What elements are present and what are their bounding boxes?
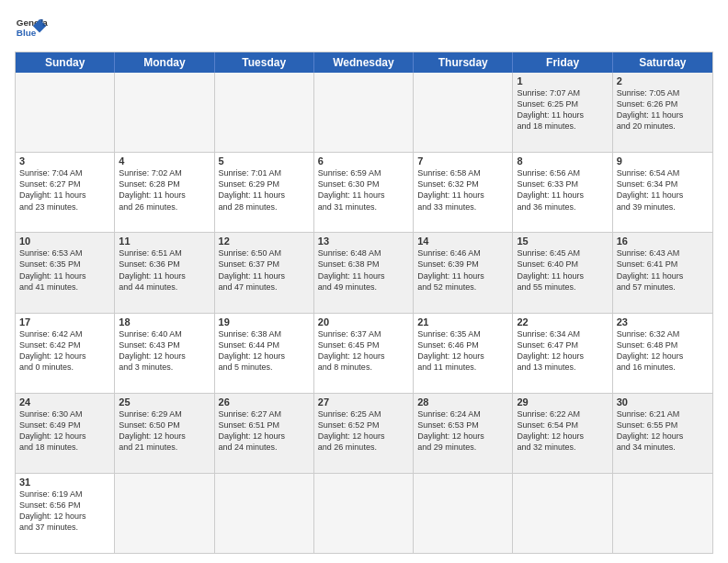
calendar-cell: 19Sunrise: 6:38 AM Sunset: 6:44 PM Dayli… [215,314,314,393]
calendar-cell: 25Sunrise: 6:29 AM Sunset: 6:50 PM Dayli… [115,394,214,473]
calendar-cell: 15Sunrise: 6:45 AM Sunset: 6:40 PM Dayli… [513,233,612,312]
calendar-row-3: 17Sunrise: 6:42 AM Sunset: 6:42 PM Dayli… [16,313,712,393]
weekday-header-wednesday: Wednesday [314,52,414,73]
svg-text:Blue: Blue [17,28,37,38]
weekday-header-tuesday: Tuesday [215,52,314,73]
calendar-cell: 1Sunrise: 7:07 AM Sunset: 6:25 PM Daylig… [513,73,612,152]
cell-text: Sunrise: 6:38 AM Sunset: 6:44 PM Dayligh… [219,328,310,373]
calendar-cell [414,73,513,152]
cell-text: Sunrise: 6:46 AM Sunset: 6:39 PM Dayligh… [417,247,508,293]
cell-text: Sunrise: 6:37 AM Sunset: 6:45 PM Dayligh… [318,328,409,373]
cell-text: Sunrise: 6:48 AM Sunset: 6:38 PM Dayligh… [318,247,409,293]
calendar-cell [215,474,314,553]
calendar-cell [513,474,612,553]
day-number: 10 [19,236,110,247]
weekday-header-saturday: Saturday [613,52,712,73]
cell-text: Sunrise: 6:24 AM Sunset: 6:53 PM Dayligh… [417,408,508,454]
calendar-cell: 18Sunrise: 6:40 AM Sunset: 6:43 PM Dayli… [115,314,214,393]
cell-text: Sunrise: 6:40 AM Sunset: 6:43 PM Dayligh… [119,328,210,373]
cell-text: Sunrise: 6:54 AM Sunset: 6:34 PM Dayligh… [617,167,709,213]
calendar-cell: 28Sunrise: 6:24 AM Sunset: 6:53 PM Dayli… [414,394,513,473]
calendar-cell: 30Sunrise: 6:21 AM Sunset: 6:55 PM Dayli… [613,394,712,473]
day-number: 20 [318,316,409,327]
cell-text: Sunrise: 6:30 AM Sunset: 6:49 PM Dayligh… [19,408,110,454]
calendar-cell: 9Sunrise: 6:54 AM Sunset: 6:34 PM Daylig… [613,153,712,232]
calendar-cell: 6Sunrise: 6:59 AM Sunset: 6:30 PM Daylig… [314,153,414,232]
calendar-cell: 2Sunrise: 7:05 AM Sunset: 6:26 PM Daylig… [613,73,712,152]
cell-text: Sunrise: 6:50 AM Sunset: 6:37 PM Dayligh… [219,247,310,293]
weekday-header-sunday: Sunday [16,52,115,73]
calendar-cell: 3Sunrise: 7:04 AM Sunset: 6:27 PM Daylig… [16,153,115,232]
calendar-cell: 8Sunrise: 6:56 AM Sunset: 6:33 PM Daylig… [513,153,612,232]
calendar-cell [16,73,115,152]
day-number: 15 [517,236,608,247]
calendar-cell: 11Sunrise: 6:51 AM Sunset: 6:36 PM Dayli… [115,233,214,312]
cell-text: Sunrise: 6:53 AM Sunset: 6:35 PM Dayligh… [19,247,110,293]
calendar-cell: 23Sunrise: 6:32 AM Sunset: 6:48 PM Dayli… [613,314,712,393]
calendar-cell: 4Sunrise: 7:02 AM Sunset: 6:28 PM Daylig… [115,153,214,232]
cell-text: Sunrise: 6:29 AM Sunset: 6:50 PM Dayligh… [119,408,210,454]
calendar: SundayMondayTuesdayWednesdayThursdayFrid… [15,52,713,554]
cell-text: Sunrise: 6:22 AM Sunset: 6:54 PM Dayligh… [517,408,608,454]
cell-text: Sunrise: 7:01 AM Sunset: 6:29 PM Dayligh… [219,167,310,213]
cell-text: Sunrise: 6:42 AM Sunset: 6:42 PM Dayligh… [19,328,110,373]
calendar-cell [115,73,214,152]
calendar-cell: 27Sunrise: 6:25 AM Sunset: 6:52 PM Dayli… [314,394,414,473]
cell-text: Sunrise: 7:07 AM Sunset: 6:25 PM Dayligh… [517,87,608,132]
calendar-header: SundayMondayTuesdayWednesdayThursdayFrid… [16,52,712,73]
calendar-cell [613,474,712,553]
cell-text: Sunrise: 6:25 AM Sunset: 6:52 PM Dayligh… [318,408,409,454]
day-number: 25 [119,396,210,408]
day-number: 16 [617,236,709,247]
day-number: 31 [19,477,110,488]
header: General Blue [15,11,713,44]
day-number: 11 [119,236,210,247]
day-number: 29 [517,396,608,408]
calendar-cell [314,73,414,152]
calendar-cell [414,474,513,553]
calendar-row-0: 1Sunrise: 7:07 AM Sunset: 6:25 PM Daylig… [16,73,712,152]
day-number: 2 [617,75,709,86]
day-number: 1 [517,75,608,86]
day-number: 27 [318,396,409,408]
calendar-row-2: 10Sunrise: 6:53 AM Sunset: 6:35 PM Dayli… [16,232,712,312]
cell-text: Sunrise: 6:21 AM Sunset: 6:55 PM Dayligh… [617,408,709,454]
calendar-row-4: 24Sunrise: 6:30 AM Sunset: 6:49 PM Dayli… [16,393,712,473]
calendar-cell: 21Sunrise: 6:35 AM Sunset: 6:46 PM Dayli… [414,314,513,393]
day-number: 23 [617,316,709,327]
calendar-cell: 22Sunrise: 6:34 AM Sunset: 6:47 PM Dayli… [513,314,612,393]
calendar-body: 1Sunrise: 7:07 AM Sunset: 6:25 PM Daylig… [16,73,712,553]
cell-text: Sunrise: 6:35 AM Sunset: 6:46 PM Dayligh… [417,328,508,373]
cell-text: Sunrise: 7:04 AM Sunset: 6:27 PM Dayligh… [19,167,110,213]
calendar-cell: 10Sunrise: 6:53 AM Sunset: 6:35 PM Dayli… [16,233,115,312]
weekday-header-monday: Monday [115,52,214,73]
calendar-cell: 12Sunrise: 6:50 AM Sunset: 6:37 PM Dayli… [215,233,314,312]
cell-text: Sunrise: 6:19 AM Sunset: 6:56 PM Dayligh… [19,488,110,534]
calendar-cell [314,474,414,553]
page: General Blue SundayMondayTuesdayWednesda… [0,0,728,563]
day-number: 14 [417,236,508,247]
calendar-cell: 24Sunrise: 6:30 AM Sunset: 6:49 PM Dayli… [16,394,115,473]
day-number: 6 [318,155,409,167]
calendar-cell: 16Sunrise: 6:43 AM Sunset: 6:41 PM Dayli… [613,233,712,312]
day-number: 26 [219,396,310,408]
day-number: 21 [417,316,508,327]
day-number: 18 [119,316,210,327]
cell-text: Sunrise: 6:56 AM Sunset: 6:33 PM Dayligh… [517,167,608,213]
day-number: 3 [19,155,110,167]
cell-text: Sunrise: 6:51 AM Sunset: 6:36 PM Dayligh… [119,247,210,293]
day-number: 8 [517,155,608,167]
calendar-cell: 17Sunrise: 6:42 AM Sunset: 6:42 PM Dayli… [16,314,115,393]
day-number: 30 [617,396,709,408]
cell-text: Sunrise: 6:27 AM Sunset: 6:51 PM Dayligh… [219,408,310,454]
day-number: 9 [617,155,709,167]
cell-text: Sunrise: 6:43 AM Sunset: 6:41 PM Dayligh… [617,247,709,293]
weekday-header-thursday: Thursday [414,52,513,73]
cell-text: Sunrise: 7:02 AM Sunset: 6:28 PM Dayligh… [119,167,210,213]
day-number: 7 [417,155,508,167]
day-number: 19 [219,316,310,327]
cell-text: Sunrise: 6:34 AM Sunset: 6:47 PM Dayligh… [517,328,608,373]
day-number: 5 [219,155,310,167]
cell-text: Sunrise: 6:32 AM Sunset: 6:48 PM Dayligh… [617,328,709,373]
logo: General Blue [15,11,48,44]
